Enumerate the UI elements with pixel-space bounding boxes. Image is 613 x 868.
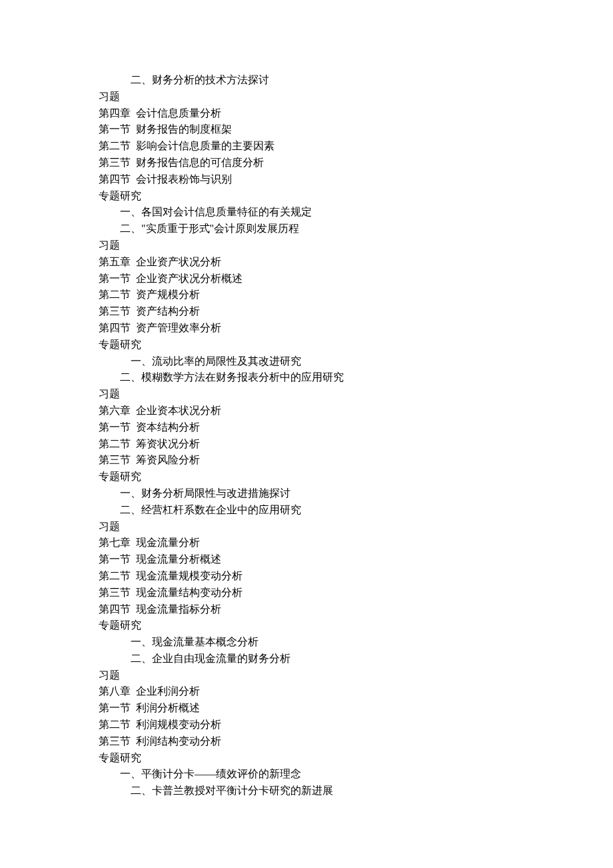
toc-line: 第一节 企业资产状况分析概述: [99, 271, 613, 287]
toc-line: 第四节 现金流量指标分析: [99, 601, 613, 618]
toc-line: 第三节 筹资风险分析: [99, 452, 613, 469]
toc-line: 第一节 资本结构分析: [99, 419, 613, 436]
toc-line: 一、现金流量基本概念分析: [99, 634, 613, 651]
toc-line: 第二节 筹资状况分析: [99, 436, 613, 453]
toc-line: 第二节 资产规模分析: [99, 287, 613, 303]
toc-line: 习题: [99, 237, 613, 254]
toc-line: 第四节 资产管理效率分析: [99, 320, 613, 337]
toc-line: 第三节 现金流量结构变动分析: [99, 585, 613, 601]
toc-line: 二、模糊数学方法在财务报表分析中的应用研究: [99, 369, 613, 386]
toc-line: 二、"实质重于形式"会计原则发展历程: [99, 221, 613, 237]
toc-line: 一、各国对会计信息质量特征的有关规定: [99, 204, 613, 221]
toc-line: 第六章 企业资本状况分析: [99, 403, 613, 419]
toc-line: 第二节 现金流量规模变动分析: [99, 568, 613, 585]
toc-line: 二、卡普兰教授对平衡计分卡研究的新进展: [99, 783, 613, 799]
toc-line: 第八章 企业利润分析: [99, 683, 613, 700]
toc-line: 第二节 利润规模变动分析: [99, 717, 613, 733]
toc-line: 二、企业自由现金流量的财务分析: [99, 651, 613, 667]
toc-line: 第四章 会计信息质量分析: [99, 105, 613, 122]
toc-line: 习题: [99, 89, 613, 105]
toc-line: 专题研究: [99, 750, 613, 767]
toc-line: 第五章 企业资产状况分析: [99, 254, 613, 271]
toc-line: 第三节 利润结构变动分析: [99, 733, 613, 750]
toc-line: 专题研究: [99, 617, 613, 634]
document-page: 二、财务分析的技术方法探讨习题第四章 会计信息质量分析第一节 财务报告的制度框架…: [0, 0, 613, 868]
toc-line: 一、流动比率的局限性及其改进研究: [99, 353, 613, 370]
toc-line: 第一节 现金流量分析概述: [99, 551, 613, 568]
toc-line: 第四节 会计报表粉饰与识别: [99, 171, 613, 188]
toc-line: 专题研究: [99, 469, 613, 485]
toc-line: 习题: [99, 519, 613, 535]
toc-line: 第二节 影响会计信息质量的主要因素: [99, 138, 613, 155]
toc-line: 第一节 财务报告的制度框架: [99, 121, 613, 138]
toc-line: 第三节 资产结构分析: [99, 303, 613, 320]
toc-line: 第一节 利润分析概述: [99, 700, 613, 717]
toc-line: 第七章 现金流量分析: [99, 535, 613, 551]
toc-line: 二、财务分析的技术方法探讨: [99, 72, 613, 89]
toc-line: 第三节 财务报告信息的可信度分析: [99, 155, 613, 171]
toc-line: 习题: [99, 667, 613, 684]
toc-line: 一、财务分析局限性与改进措施探讨: [99, 485, 613, 502]
toc-line: 一、平衡计分卡——绩效评价的新理念: [99, 766, 613, 783]
toc-line: 习题: [99, 386, 613, 403]
toc-line: 专题研究: [99, 188, 613, 205]
toc-line: 二、经营杠杆系数在企业中的应用研究: [99, 502, 613, 519]
toc-line: 专题研究: [99, 337, 613, 353]
